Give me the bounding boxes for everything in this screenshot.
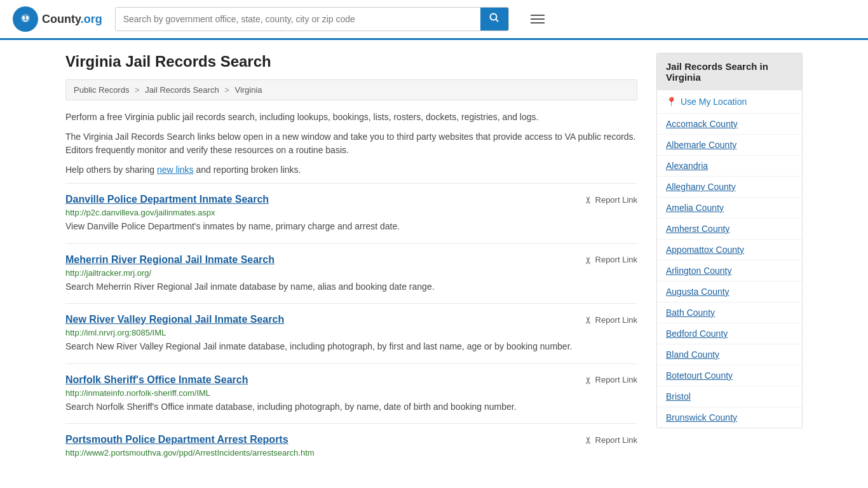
result-description: Search New River Valley Regional Jail in… xyxy=(65,341,637,353)
scissors-icon: ✂ xyxy=(582,196,593,204)
sidebar-title: Jail Records Search in Virginia xyxy=(657,53,802,90)
result-description: Search Meherrin River Regional Jail inma… xyxy=(65,281,637,294)
result-item: Meherrin River Regional Jail Inmate Sear… xyxy=(65,243,637,304)
page-wrapper: Virginia Jail Records Search Public Reco… xyxy=(53,40,815,484)
result-url[interactable]: http://jailtracker.mrj.org/ xyxy=(65,268,637,278)
result-item: Norfolk Sheriff's Office Inmate Search ✂… xyxy=(65,363,637,424)
result-header: Danville Police Department Inmate Search… xyxy=(65,194,637,205)
menu-line-3 xyxy=(531,22,545,24)
result-title[interactable]: Danville Police Department Inmate Search xyxy=(65,194,269,205)
list-item: Alexandria xyxy=(657,156,802,177)
list-item: Arlington County xyxy=(657,261,802,281)
result-header: Portsmouth Police Department Arrest Repo… xyxy=(65,434,637,445)
result-description: Search Norfolk Sheriff's Office inmate d… xyxy=(65,401,637,414)
svg-point-1 xyxy=(22,16,25,20)
county-link[interactable]: Amherst County xyxy=(657,219,802,239)
search-bar xyxy=(115,7,509,31)
site-header: County.org xyxy=(0,0,868,40)
logo-icon xyxy=(13,6,38,32)
result-title[interactable]: Meherrin River Regional Jail Inmate Sear… xyxy=(65,254,275,266)
sidebar: Jail Records Search in Virginia 📍 Use My… xyxy=(656,53,803,471)
breadcrumb-public-records[interactable]: Public Records xyxy=(74,85,129,95)
result-item: New River Valley Regional Jail Inmate Se… xyxy=(65,303,637,363)
result-header: New River Valley Regional Jail Inmate Se… xyxy=(65,314,637,325)
result-item: Danville Police Department Inmate Search… xyxy=(65,183,637,243)
results-list: Danville Police Department Inmate Search… xyxy=(65,183,637,471)
svg-point-2 xyxy=(26,16,29,20)
county-link[interactable]: Accomack County xyxy=(657,114,802,134)
county-link[interactable]: Alexandria xyxy=(657,156,802,176)
description-3-pre: Help others by sharing xyxy=(65,165,157,175)
list-item: Alleghany County xyxy=(657,177,802,198)
breadcrumb-virginia[interactable]: Virginia xyxy=(234,85,262,95)
county-link[interactable]: Alleghany County xyxy=(657,177,802,197)
list-item: Botetourt County xyxy=(657,365,802,386)
county-link[interactable]: Brunswick County xyxy=(657,407,802,428)
menu-line-2 xyxy=(531,18,545,20)
list-item: Bristol xyxy=(657,386,802,407)
scissors-icon: ✂ xyxy=(582,436,593,444)
use-my-location-button[interactable]: 📍 Use My Location xyxy=(657,90,802,114)
list-item: Augusta County xyxy=(657,281,802,302)
location-label: Use My Location xyxy=(681,97,747,107)
result-url[interactable]: http://iml.nrvrj.org:8085/IML xyxy=(65,328,637,337)
result-description: View Danville Police Department's inmate… xyxy=(65,220,637,233)
search-button[interactable] xyxy=(480,8,508,30)
county-link[interactable]: Botetourt County xyxy=(657,365,802,386)
list-item: Bedford County xyxy=(657,323,802,344)
description-3: Help others by sharing new links and rep… xyxy=(65,163,637,177)
logo-link[interactable]: County.org xyxy=(13,6,102,32)
report-link-button[interactable]: ✂ Report Link xyxy=(584,254,637,266)
scissors-icon: ✂ xyxy=(582,376,593,384)
svg-line-4 xyxy=(496,20,498,22)
list-item: Appomattox County xyxy=(657,240,802,261)
county-list: Accomack CountyAlbemarle CountyAlexandri… xyxy=(657,114,802,428)
page-title: Virginia Jail Records Search xyxy=(65,53,637,71)
search-input[interactable] xyxy=(116,8,480,30)
result-url[interactable]: http://p2c.danvilleva.gov/jailinmates.as… xyxy=(65,208,637,217)
main-content: Virginia Jail Records Search Public Reco… xyxy=(65,53,637,471)
county-link[interactable]: Albemarle County xyxy=(657,135,802,155)
new-links-link[interactable]: new links xyxy=(157,165,194,175)
list-item: Albemarle County xyxy=(657,135,802,156)
hamburger-menu-button[interactable] xyxy=(528,12,547,26)
list-item: Accomack County xyxy=(657,114,802,135)
list-item: Amelia County xyxy=(657,198,802,219)
county-link[interactable]: Arlington County xyxy=(657,261,802,281)
result-header: Meherrin River Regional Jail Inmate Sear… xyxy=(65,254,637,266)
svg-point-3 xyxy=(490,14,496,20)
list-item: Bath County xyxy=(657,302,802,323)
result-url[interactable]: http://www2.portsmouthva.gov/ppd/ArrestI… xyxy=(65,448,637,458)
list-item: Amherst County xyxy=(657,219,802,240)
list-item: Bland County xyxy=(657,344,802,365)
result-item: Portsmouth Police Department Arrest Repo… xyxy=(65,423,637,471)
result-title[interactable]: Norfolk Sheriff's Office Inmate Search xyxy=(65,374,248,386)
report-link-button[interactable]: ✂ Report Link xyxy=(584,374,637,386)
breadcrumb-jail-records[interactable]: Jail Records Search xyxy=(145,85,219,95)
breadcrumb-sep-1: > xyxy=(135,85,140,95)
sidebar-box: Jail Records Search in Virginia 📍 Use My… xyxy=(656,53,803,428)
scissors-icon: ✂ xyxy=(582,255,593,264)
result-title[interactable]: Portsmouth Police Department Arrest Repo… xyxy=(65,434,288,445)
description-1: Perform a free Virginia public jail reco… xyxy=(65,111,637,124)
report-link-button[interactable]: ✂ Report Link xyxy=(584,194,637,205)
result-header: Norfolk Sheriff's Office Inmate Search ✂… xyxy=(65,374,637,386)
county-link[interactable]: Bristol xyxy=(657,386,802,407)
scissors-icon: ✂ xyxy=(582,316,593,324)
report-link-button[interactable]: ✂ Report Link xyxy=(584,434,637,445)
report-link-button[interactable]: ✂ Report Link xyxy=(584,314,637,325)
description-2: The Virginia Jail Records Search links b… xyxy=(65,130,637,157)
county-link[interactable]: Bath County xyxy=(657,302,802,323)
description-3-post: and reporting broken links. xyxy=(194,165,301,175)
county-link[interactable]: Bedford County xyxy=(657,323,802,344)
result-title[interactable]: New River Valley Regional Jail Inmate Se… xyxy=(65,314,284,325)
location-icon: 📍 xyxy=(666,97,677,107)
county-link[interactable]: Augusta County xyxy=(657,281,802,302)
county-link[interactable]: Amelia County xyxy=(657,198,802,218)
result-url[interactable]: http://inmateinfo.norfolk-sheriff.com/IM… xyxy=(65,388,637,398)
menu-line-1 xyxy=(531,15,545,16)
list-item: Brunswick County xyxy=(657,407,802,428)
county-link[interactable]: Appomattox County xyxy=(657,240,802,260)
logo-text: County.org xyxy=(42,13,102,26)
county-link[interactable]: Bland County xyxy=(657,344,802,365)
